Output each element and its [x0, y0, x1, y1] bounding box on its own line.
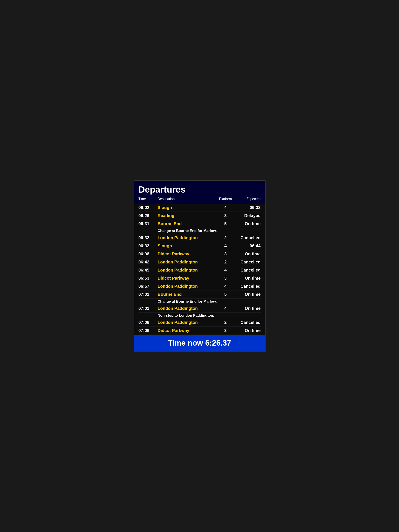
departure-time: 07:01	[139, 306, 158, 311]
column-headers: Time Destination Platform Expected	[139, 196, 261, 202]
departure-destination: Didcot Parkway	[158, 276, 216, 281]
departure-platform: 4	[216, 205, 235, 210]
table-row: 07:08Didcot Parkway3On time	[139, 327, 261, 335]
departure-expected: On time	[235, 252, 261, 256]
departure-platform: 3	[216, 252, 235, 256]
departure-expected: Delayed	[235, 213, 261, 218]
departure-time: 06:53	[139, 276, 158, 281]
departure-destination: Didcot Parkway	[158, 328, 216, 333]
departure-time: 06:38	[139, 252, 158, 256]
col-destination-header: Destination	[158, 197, 216, 201]
col-time-header: Time	[139, 197, 158, 201]
board-title: Departures	[139, 184, 261, 195]
departure-expected: 06:33	[235, 205, 261, 210]
departure-destination: Slough	[158, 205, 216, 210]
departure-expected: On time	[235, 328, 261, 333]
departure-time: 06:26	[139, 213, 158, 218]
current-time: Time now 6:26.37	[139, 339, 261, 348]
departure-time: 06:31	[139, 221, 158, 226]
departure-platform: 4	[216, 284, 235, 289]
table-row: 06:57London Paddington4Cancelled	[139, 282, 261, 291]
departure-platform: 2	[216, 235, 235, 240]
note-row: Non-stop to London Paddington.	[139, 313, 261, 319]
departure-destination: Didcot Parkway	[158, 252, 216, 256]
table-row: 06:32London Paddington2Cancelled	[139, 234, 261, 242]
departure-platform: 4	[216, 243, 235, 248]
departure-time: 06:32	[139, 243, 158, 248]
departure-platform: 2	[216, 260, 235, 265]
departure-destination: London Paddington	[158, 306, 216, 311]
table-row: 06:32Slough406:44	[139, 242, 261, 250]
departure-destination: Reading	[158, 213, 216, 218]
departure-platform: 5	[216, 292, 235, 297]
table-row: 06:26Reading3Delayed	[139, 212, 261, 220]
departure-expected: Cancelled	[235, 235, 261, 240]
table-row: 07:01London Paddington4On time	[139, 304, 261, 313]
table-row: 07:06London Paddington2Cancelled	[139, 319, 261, 327]
departure-expected: On time	[235, 276, 261, 281]
table-row: 06:53Didcot Parkway3On time	[139, 274, 261, 282]
note-row: Change at Bourne End for Marlow.	[139, 228, 261, 234]
departure-expected: Cancelled	[235, 260, 261, 265]
departure-time: 06:32	[139, 235, 158, 240]
departure-expected: On time	[235, 306, 261, 311]
departure-expected: Cancelled	[235, 268, 261, 272]
table-row: 06:31Bourne End5On time	[139, 220, 261, 228]
departure-time: 07:01	[139, 292, 158, 297]
departure-platform: 2	[216, 320, 235, 325]
departure-time: 06:45	[139, 268, 158, 272]
departure-destination: Bourne End	[158, 292, 216, 297]
table-row: 06:45London Paddington4Cancelled	[139, 266, 261, 274]
departure-expected: On time	[235, 221, 261, 226]
table-row: 06:42London Paddington2Cancelled	[139, 258, 261, 266]
departure-platform: 3	[216, 213, 235, 218]
departures-list: 06:02Slough406:3306:26Reading3Delayed06:…	[134, 204, 265, 335]
departure-expected: Cancelled	[235, 320, 261, 325]
col-platform-header: Platform	[216, 197, 235, 201]
table-row: 06:38Didcot Parkway3On time	[139, 250, 261, 258]
departure-time: 06:42	[139, 260, 158, 265]
departure-time: 07:08	[139, 328, 158, 333]
departure-platform: 4	[216, 306, 235, 311]
departure-destination: Slough	[158, 243, 216, 248]
departure-platform: 5	[216, 221, 235, 226]
departure-destination: London Paddington	[158, 284, 216, 289]
footer-bar: Time now 6:26.37	[134, 335, 265, 351]
departure-platform: 4	[216, 268, 235, 272]
departure-destination: London Paddington	[158, 235, 216, 240]
departure-expected: On time	[235, 292, 261, 297]
departure-platform: 3	[216, 276, 235, 281]
departure-time: 06:57	[139, 284, 158, 289]
table-row: 06:02Slough406:33	[139, 204, 261, 212]
board-header: Departures Time Destination Platform Exp…	[134, 181, 265, 204]
note-row: Change at Bourne End for Marlow.	[139, 298, 261, 304]
departure-destination: London Paddington	[158, 260, 216, 265]
departure-destination: London Paddington	[158, 268, 216, 272]
departure-destination: Bourne End	[158, 221, 216, 226]
departure-time: 06:02	[139, 205, 158, 210]
col-expected-header: Expected	[235, 197, 261, 201]
departure-destination: London Paddington	[158, 320, 216, 325]
departure-expected: 06:44	[235, 243, 261, 248]
table-row: 07:01Bourne End5On time	[139, 291, 261, 298]
departures-board: Departures Time Destination Platform Exp…	[134, 180, 266, 352]
departure-expected: Cancelled	[235, 284, 261, 289]
departure-time: 07:06	[139, 320, 158, 325]
departure-platform: 3	[216, 328, 235, 333]
